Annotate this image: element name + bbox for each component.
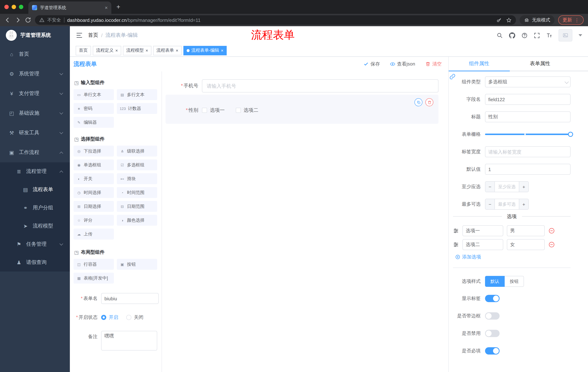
component-editor[interactable]: ✎编辑器: [74, 117, 114, 128]
sidebar-item-workflow[interactable]: ▣ 工作流程: [0, 143, 70, 162]
component-upload[interactable]: ☁上传: [74, 229, 114, 240]
component-multi-line-text[interactable]: ▤多行文本: [117, 89, 157, 100]
plus-button[interactable]: +: [519, 182, 528, 192]
tag-home[interactable]: 首页: [76, 46, 91, 55]
option-label-input[interactable]: [462, 239, 503, 250]
component-radio-group[interactable]: ◉单选框组: [74, 159, 114, 170]
component-cascader[interactable]: ⋔级联选择: [117, 146, 157, 157]
close-icon[interactable]: ×: [176, 48, 178, 53]
sidebar-item-payment[interactable]: ¥ 支付管理: [0, 84, 70, 103]
security-label[interactable]: 不安全: [47, 17, 61, 23]
component-table[interactable]: ▦表格[开发中]: [74, 273, 114, 284]
back-icon[interactable]: [4, 17, 11, 23]
option-value-input[interactable]: [507, 239, 545, 250]
window-minimize-button[interactable]: [12, 5, 16, 9]
sidebar-item-process-form[interactable]: ▤ 流程表单: [0, 181, 70, 199]
option-label-input[interactable]: [462, 225, 503, 236]
help-icon[interactable]: [521, 32, 528, 38]
close-icon[interactable]: ×: [115, 48, 118, 53]
sidebar-item-system[interactable]: ⚙ 系统管理: [0, 64, 70, 84]
copy-field-button[interactable]: [414, 98, 422, 106]
option-value-input[interactable]: [507, 225, 545, 236]
remove-option-icon[interactable]: [548, 227, 555, 234]
avatar[interactable]: [558, 29, 572, 42]
component-counter[interactable]: 123计数器: [117, 103, 157, 114]
plus-button[interactable]: +: [519, 199, 528, 209]
slider-track[interactable]: [485, 134, 570, 135]
field-phone[interactable]: *手机号: [162, 79, 439, 93]
fullscreen-icon[interactable]: [534, 32, 540, 38]
grid-slider[interactable]: [485, 129, 570, 140]
sidebar-item-infrastructure[interactable]: ◰ 基础设施: [0, 103, 70, 123]
font-size-icon[interactable]: [546, 32, 552, 38]
tag-process-form[interactable]: 流程表单 ×: [153, 46, 182, 55]
component-rate[interactable]: ☆评分: [74, 215, 114, 226]
link-icon[interactable]: [449, 74, 456, 80]
sidebar-item-devtools[interactable]: ⚒ 研发工具: [0, 123, 70, 143]
new-tab-button[interactable]: +: [116, 3, 120, 11]
sidebar-item-process-management[interactable]: ≣ 流程管理: [0, 162, 70, 181]
delete-field-button[interactable]: [425, 98, 433, 106]
gender-option-1-checkbox[interactable]: 选项一: [202, 107, 225, 114]
default-value-input[interactable]: [485, 164, 570, 175]
window-close-button[interactable]: [4, 5, 9, 9]
slider-handle[interactable]: [568, 132, 573, 137]
disabled-toggle[interactable]: [485, 330, 500, 337]
form-canvas[interactable]: *手机号: [162, 71, 448, 372]
drag-handle-icon[interactable]: [453, 242, 459, 247]
sidebar-item-home[interactable]: ⌂ 首页: [0, 44, 70, 64]
component-date-range[interactable]: ⊟日期范围: [117, 201, 157, 212]
component-checkbox-group[interactable]: ☑多选框组: [117, 159, 157, 170]
component-date-picker[interactable]: ⊞日期选择: [74, 201, 114, 212]
max-select-value[interactable]: 最多可选: [495, 199, 519, 209]
sidebar-item-user-group[interactable]: ⚭ 用户分组: [0, 199, 70, 217]
avatar-caret-icon[interactable]: [578, 34, 582, 36]
status-on-radio[interactable]: 开启: [101, 314, 118, 321]
component-slider[interactable]: ⊷滑块: [117, 173, 157, 184]
address-input[interactable]: 不安全 dashboard.yudao.iocoder.cn/bpm/manag…: [35, 15, 516, 25]
tab-form-props[interactable]: 表单属性: [510, 57, 570, 71]
component-password[interactable]: ∗密码: [74, 103, 114, 114]
sidebar-item-task-management[interactable]: ⚑ 任务管理: [0, 235, 70, 253]
form-name-input[interactable]: [101, 293, 159, 304]
forward-icon[interactable]: [15, 17, 21, 23]
component-row-container[interactable]: ◫行容器: [74, 259, 114, 270]
search-icon[interactable]: [497, 32, 503, 38]
browser-tab[interactable]: 芋道管理系统 ×: [28, 1, 111, 14]
component-type-value[interactable]: [485, 76, 570, 87]
component-time-range[interactable]: ◔时间范围: [117, 187, 157, 198]
component-color-picker[interactable]: ◑颜色选择: [117, 215, 157, 226]
bookmark-star-icon[interactable]: [506, 17, 512, 23]
view-json-button[interactable]: 查看json: [390, 61, 415, 67]
browser-update-button[interactable]: 更新 ⋮: [558, 15, 584, 25]
add-option-button[interactable]: 添加选项: [455, 254, 570, 260]
tab-component-props[interactable]: 组件属性: [449, 57, 510, 71]
required-toggle[interactable]: [485, 347, 500, 354]
show-label-toggle[interactable]: [485, 295, 500, 302]
phone-input[interactable]: [202, 79, 439, 93]
min-select-value[interactable]: 至少应选: [495, 182, 519, 192]
save-button[interactable]: 保存: [364, 61, 380, 67]
clear-button[interactable]: 清空: [425, 61, 442, 67]
component-button[interactable]: ▣按钮: [117, 259, 157, 270]
tag-process-definition[interactable]: 流程定义 ×: [93, 46, 121, 55]
component-dropdown-select[interactable]: ◎下拉选择: [74, 146, 114, 157]
hamburger-icon[interactable]: [76, 32, 83, 39]
remark-textarea[interactable]: 嘿嘿: [101, 331, 157, 351]
sidebar-item-leave-query[interactable]: ♟ 请假查询: [0, 253, 70, 272]
tag-process-model[interactable]: 流程模型 ×: [123, 46, 151, 55]
close-icon[interactable]: ×: [146, 48, 148, 53]
component-type-select[interactable]: [485, 76, 570, 87]
component-single-line-text[interactable]: ▭单行文本: [74, 89, 114, 100]
field-gender-selected[interactable]: *性别 选项一 选项二: [166, 95, 439, 124]
tag-process-form-edit[interactable]: 流程表单-编辑 ×: [183, 46, 227, 55]
title-input[interactable]: [485, 111, 570, 122]
minus-button[interactable]: −: [485, 182, 495, 192]
status-off-radio[interactable]: 关闭: [126, 314, 143, 321]
minus-button[interactable]: −: [485, 199, 495, 209]
style-default-button[interactable]: 默认: [485, 276, 505, 287]
window-zoom-button[interactable]: [19, 5, 23, 9]
remove-option-icon[interactable]: [548, 241, 555, 248]
browser-menu-icon[interactable]: ⋮: [575, 17, 579, 23]
reload-icon[interactable]: [25, 17, 31, 23]
